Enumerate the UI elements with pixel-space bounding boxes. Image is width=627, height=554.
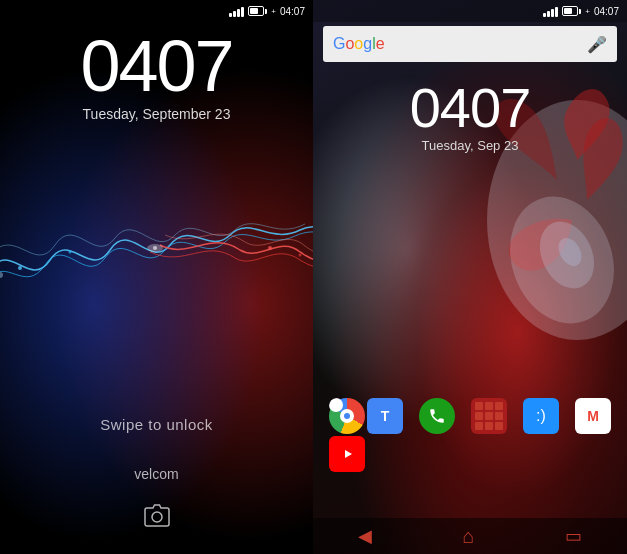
app-icon-placeholder	[367, 436, 383, 452]
right-signal-icon	[543, 5, 558, 17]
camera-svg	[143, 504, 171, 528]
signal-bar-2	[233, 11, 236, 17]
home-screen: + 04:07 Google 🎤 0407 Tuesday, Sep 23 T	[313, 0, 627, 554]
grid-dot-1	[475, 402, 483, 410]
right-clock-hours: 04	[410, 76, 470, 139]
signal-bar-1	[543, 13, 546, 17]
right-battery-icon	[562, 6, 581, 16]
left-clock-hours: 04	[80, 26, 156, 106]
grid-dot-4	[475, 412, 483, 420]
swipe-to-unlock-text: Swipe to unlock	[100, 416, 213, 433]
google-logo: Google	[333, 35, 385, 53]
signal-bar-2	[547, 11, 550, 17]
home-button[interactable]: ⌂	[462, 525, 474, 548]
left-status-bar: + 04:07	[0, 0, 313, 22]
swipe-to-unlock-area[interactable]: Swipe to unlock	[0, 416, 313, 434]
right-date: Tuesday, Sep 23	[313, 138, 627, 153]
svg-point-7	[153, 246, 157, 250]
gmail-icon-symbol: M	[587, 408, 599, 424]
microphone-icon[interactable]: 🎤	[587, 35, 607, 54]
google-search-bar[interactable]: Google 🎤	[323, 26, 617, 62]
back-button[interactable]: ◀	[358, 525, 372, 547]
camera-icon[interactable]	[139, 498, 175, 534]
chat-icon-symbol: :)	[536, 407, 546, 425]
app-icon-youtube[interactable]	[329, 436, 365, 472]
phone-icon	[428, 407, 446, 425]
battery-charging-icon: +	[271, 7, 276, 16]
carrier-name: velcom	[0, 466, 313, 482]
right-status-bar: + 04:07	[313, 0, 627, 22]
signal-bar-1	[229, 13, 232, 17]
signal-bar-4	[555, 7, 558, 17]
battery-icon	[248, 6, 267, 16]
google-letter-g: G	[333, 35, 345, 52]
youtube-play-icon	[337, 447, 357, 461]
grid-dot-7	[475, 422, 483, 430]
right-status-time: 04:07	[594, 6, 619, 17]
right-battery-body	[562, 6, 578, 16]
navigation-bar: ◀ ⌂ ▭	[313, 518, 627, 554]
right-battery-charging-icon: +	[585, 7, 590, 16]
right-time-display: 0407 Tuesday, Sep 23	[313, 80, 627, 153]
svg-point-0	[18, 266, 22, 270]
app-icon-translate[interactable]: T	[367, 398, 403, 434]
lock-screen: + 04:07 0407 Tuesday, September 23 Swipe…	[0, 0, 313, 554]
signal-bar-4	[241, 7, 244, 17]
app-row-top: T	[313, 398, 627, 472]
signal-bar-3	[551, 9, 554, 17]
google-letter-o2: o	[354, 35, 363, 52]
google-letter-g2: g	[363, 35, 372, 52]
app-icon-grid[interactable]	[471, 398, 507, 434]
grid-dot-6	[495, 412, 503, 420]
signal-strength-icon	[229, 5, 244, 17]
left-date: Tuesday, September 23	[0, 106, 313, 122]
app-icon-row-2	[329, 436, 403, 472]
battery-tip	[265, 9, 267, 14]
energy-wave-graphic	[0, 180, 313, 320]
signal-bar-3	[237, 9, 240, 17]
grid-dot-9	[495, 422, 503, 430]
svg-point-3	[268, 246, 272, 250]
recent-apps-button[interactable]: ▭	[565, 525, 582, 547]
grid-dot-3	[495, 402, 503, 410]
right-battery-fill	[564, 8, 571, 14]
grid-dot-5	[485, 412, 493, 420]
svg-point-1	[69, 251, 72, 254]
app-icon-gmail[interactable]: M	[575, 398, 611, 434]
app-icon-chrome[interactable]	[329, 398, 365, 434]
battery-fill	[250, 8, 257, 14]
grid-dot-8	[485, 422, 493, 430]
right-clock: 0407	[313, 80, 627, 136]
app-icon-phone[interactable]	[419, 398, 455, 434]
left-clock-minutes: 07	[157, 26, 233, 106]
battery-body	[248, 6, 264, 16]
grid-dot-2	[485, 402, 493, 410]
right-battery-tip	[579, 9, 581, 14]
svg-point-4	[299, 254, 302, 257]
app-icon-chat[interactable]: :)	[523, 398, 559, 434]
left-status-time: 04:07	[280, 6, 305, 17]
svg-point-2	[0, 272, 3, 278]
right-clock-minutes: 07	[470, 76, 530, 139]
app-icon-row-1: T	[329, 398, 403, 434]
left-clock: 0407	[0, 30, 313, 102]
left-time-display: 0407 Tuesday, September 23	[0, 30, 313, 122]
google-letter-e: e	[376, 35, 385, 52]
svg-point-8	[152, 512, 162, 522]
app-stack-col1: T	[329, 398, 403, 472]
